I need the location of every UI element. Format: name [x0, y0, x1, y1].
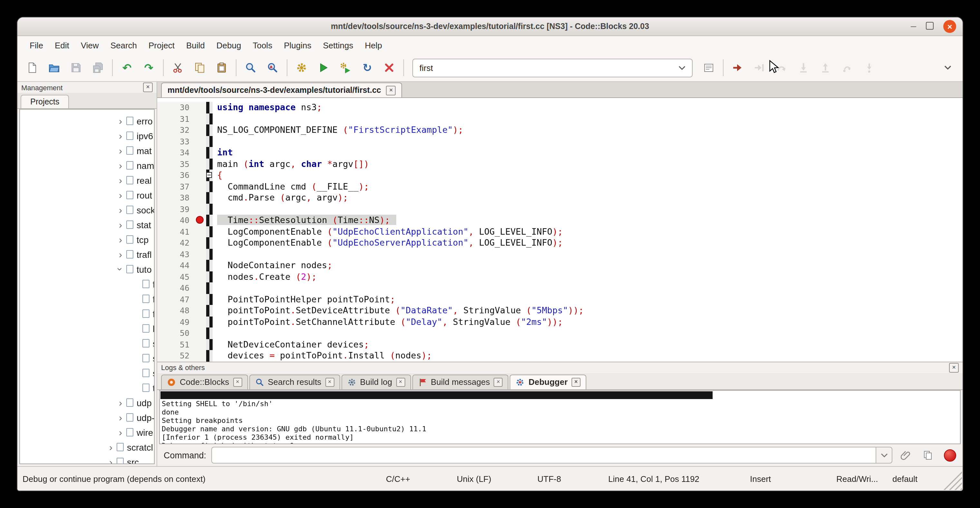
- code-line[interactable]: 36{: [157, 170, 963, 181]
- line-number[interactable]: 46: [157, 282, 194, 294]
- new-file-button[interactable]: [21, 57, 43, 78]
- fold-marker-icon[interactable]: [206, 172, 212, 178]
- line-number[interactable]: 52: [157, 350, 194, 361]
- chevron-right-icon[interactable]: ›: [106, 456, 115, 464]
- chevron-right-icon[interactable]: ›: [116, 115, 125, 126]
- debug-continue-button[interactable]: [727, 57, 749, 78]
- fold-margin[interactable]: [206, 136, 213, 147]
- line-number[interactable]: 48: [157, 305, 194, 316]
- tree-item-mat[interactable]: ›mat: [20, 143, 154, 158]
- fold-margin[interactable]: [206, 271, 213, 282]
- code-line[interactable]: 35main (int argc, char *argv[]): [157, 158, 963, 170]
- tree-item-erro[interactable]: ›erro: [20, 113, 154, 128]
- tree-item-rout[interactable]: ›rout: [20, 188, 154, 202]
- maximize-button[interactable]: [926, 21, 934, 32]
- code-line[interactable]: 43: [157, 248, 963, 260]
- compiler-targets-button[interactable]: [698, 57, 720, 78]
- fold-margin[interactable]: [206, 248, 213, 260]
- breakpoint-margin[interactable]: [194, 282, 206, 294]
- menu-build[interactable]: Build: [180, 38, 211, 53]
- close-button[interactable]: ×: [943, 20, 956, 33]
- tree-item-tcp[interactable]: ›tcp: [20, 232, 154, 247]
- fold-margin[interactable]: [206, 294, 213, 305]
- chevron-right-icon[interactable]: ›: [116, 190, 125, 201]
- log-selected-row[interactable]: [161, 391, 713, 399]
- code-line[interactable]: 44 NodeContainer nodes;: [157, 260, 963, 271]
- menu-settings[interactable]: Settings: [317, 38, 359, 53]
- tree-item-se[interactable]: se: [20, 351, 154, 366]
- menu-search[interactable]: Search: [105, 38, 143, 53]
- chevron-right-icon[interactable]: ›: [116, 219, 125, 230]
- line-number[interactable]: 51: [157, 339, 194, 350]
- line-number[interactable]: 32: [157, 124, 194, 136]
- line-number[interactable]: 43: [157, 248, 194, 260]
- code-line[interactable]: 50: [157, 328, 963, 339]
- tree-item-scratcl[interactable]: ›scratcl: [20, 440, 154, 454]
- line-number[interactable]: 39: [157, 204, 194, 215]
- line-number[interactable]: 33: [157, 136, 194, 147]
- chevron-right-icon[interactable]: ›: [116, 130, 125, 141]
- chevron-right-icon[interactable]: ›: [116, 145, 125, 156]
- close-icon[interactable]: ×: [233, 377, 242, 387]
- line-number[interactable]: 36: [157, 170, 194, 181]
- chevron-right-icon[interactable]: ›: [116, 175, 125, 186]
- breakpoint-margin[interactable]: [194, 237, 206, 248]
- code-line[interactable]: 41 LogComponentEnable ("UdpEchoClientApp…: [157, 226, 963, 237]
- menu-debug[interactable]: Debug: [211, 38, 247, 53]
- command-input[interactable]: [212, 447, 876, 463]
- code-line[interactable]: 34int: [157, 147, 963, 158]
- line-number[interactable]: 41: [157, 226, 194, 237]
- tree-item-he[interactable]: he: [20, 321, 154, 336]
- chevron-down-icon[interactable]: ›: [115, 264, 126, 274]
- menu-file[interactable]: File: [24, 38, 49, 53]
- open-file-button[interactable]: [43, 57, 65, 78]
- menu-tools[interactable]: Tools: [247, 38, 278, 53]
- breakpoint-margin[interactable]: [194, 294, 206, 305]
- toolbar-overflow-button[interactable]: [937, 57, 959, 78]
- paste-button[interactable]: [211, 57, 232, 78]
- fold-margin[interactable]: [206, 113, 213, 124]
- line-number[interactable]: 42: [157, 237, 194, 248]
- code-line[interactable]: 48 pointToPoint.SetDeviceAttribute ("Dat…: [157, 305, 963, 316]
- save-all-button[interactable]: [87, 57, 109, 78]
- tree-item-real[interactable]: ›real: [20, 173, 154, 188]
- close-icon[interactable]: ×: [949, 363, 959, 372]
- next-instruction-button[interactable]: [836, 57, 858, 78]
- tree-item-tuto[interactable]: ›tuto: [20, 262, 154, 277]
- copy-button[interactable]: [189, 57, 211, 78]
- abort-build-button[interactable]: [378, 57, 400, 78]
- code-line[interactable]: 40 Time::SetResolution (Time::NS);: [157, 215, 963, 226]
- step-into-button[interactable]: [792, 57, 815, 78]
- fold-margin[interactable]: [206, 316, 213, 328]
- close-icon[interactable]: ×: [143, 83, 153, 92]
- code-line[interactable]: 49 pointToPoint.SetChannelAttribute ("De…: [157, 316, 963, 328]
- tree-item-src[interactable]: ›src: [20, 454, 154, 464]
- code-line[interactable]: 42 LogComponentEnable ("UdpEchoServerApp…: [157, 237, 963, 248]
- line-number[interactable]: 35: [157, 158, 194, 170]
- chevron-right-icon[interactable]: ›: [116, 249, 125, 260]
- save-button[interactable]: [65, 57, 87, 78]
- tab-search-results[interactable]: Search results ×: [249, 374, 340, 389]
- line-number[interactable]: 34: [157, 147, 194, 158]
- chevron-right-icon[interactable]: ›: [106, 442, 115, 452]
- breakpoint-margin[interactable]: [194, 192, 206, 204]
- tree-item-nam[interactable]: ›nam: [20, 158, 154, 173]
- redo-button[interactable]: ↷: [138, 57, 160, 78]
- line-number[interactable]: 30: [157, 102, 194, 113]
- chevron-right-icon[interactable]: ›: [116, 234, 125, 245]
- tree-item-th[interactable]: th: [20, 381, 154, 395]
- tree-item-sock[interactable]: ›sock: [20, 202, 154, 217]
- code-area[interactable]: 30using namespace ns3;3132NS_LOG_COMPONE…: [157, 98, 963, 361]
- breakpoint-margin[interactable]: [194, 204, 206, 215]
- undo-button[interactable]: ↶: [116, 57, 138, 78]
- tree-item-fir[interactable]: fir: [20, 291, 154, 306]
- fold-margin[interactable]: [206, 158, 213, 170]
- breakpoint-margin[interactable]: [194, 136, 206, 147]
- fold-margin[interactable]: [206, 350, 213, 361]
- breakpoint-margin[interactable]: [194, 339, 206, 350]
- tab-projects[interactable]: Projects: [21, 95, 69, 108]
- build-button[interactable]: [291, 57, 312, 78]
- tree-item-stat[interactable]: ›stat: [20, 217, 154, 232]
- run-button[interactable]: [312, 57, 334, 78]
- code-line[interactable]: 45 nodes.Create (2);: [157, 271, 963, 282]
